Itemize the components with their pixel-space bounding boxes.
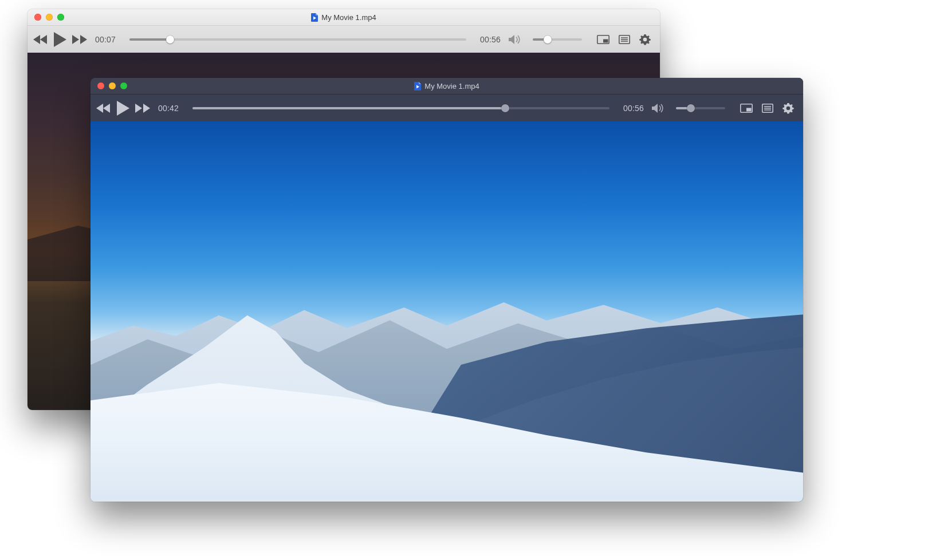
minimize-button[interactable] bbox=[109, 82, 116, 89]
close-button[interactable] bbox=[34, 14, 41, 21]
traffic-lights bbox=[91, 82, 127, 89]
titlebar[interactable]: My Movie 1.mp4 bbox=[91, 78, 803, 94]
svg-rect-1 bbox=[603, 40, 608, 43]
settings-button[interactable] bbox=[639, 34, 651, 45]
current-time-label: 00:07 bbox=[95, 35, 116, 44]
video-file-icon bbox=[414, 82, 421, 90]
volume-button[interactable] bbox=[652, 103, 664, 113]
progress-slider[interactable] bbox=[129, 35, 466, 44]
playback-controls bbox=[33, 32, 87, 47]
window-title-group: My Movie 1.mp4 bbox=[27, 13, 660, 22]
pip-button[interactable] bbox=[740, 104, 753, 113]
volume-button[interactable] bbox=[509, 34, 521, 45]
rewind-button[interactable] bbox=[33, 34, 48, 45]
video-frame-mountains bbox=[91, 121, 803, 502]
toolbar-right-icons bbox=[740, 102, 794, 114]
fast-forward-button[interactable] bbox=[135, 103, 150, 113]
rewind-button[interactable] bbox=[96, 103, 111, 113]
fast-forward-button[interactable] bbox=[72, 34, 87, 45]
close-button[interactable] bbox=[97, 82, 104, 89]
titlebar[interactable]: My Movie 1.mp4 bbox=[27, 9, 660, 26]
window-title: My Movie 1.mp4 bbox=[321, 13, 376, 22]
video-file-icon bbox=[311, 13, 318, 22]
play-button[interactable] bbox=[117, 101, 129, 116]
settings-button[interactable] bbox=[782, 102, 794, 114]
playback-controls bbox=[96, 101, 150, 116]
playlist-button[interactable] bbox=[619, 35, 630, 44]
window-title-group: My Movie 1.mp4 bbox=[91, 82, 803, 90]
player-toolbar: 00:42 00:56 bbox=[91, 94, 803, 123]
current-time-label: 00:42 bbox=[158, 104, 179, 113]
player-toolbar: 00:07 00:56 bbox=[27, 26, 660, 54]
zoom-button[interactable] bbox=[57, 14, 64, 21]
toolbar-right-icons bbox=[597, 34, 651, 45]
traffic-lights bbox=[27, 14, 64, 21]
playlist-button[interactable] bbox=[762, 104, 773, 113]
play-button[interactable] bbox=[54, 32, 66, 47]
total-time-label: 00:56 bbox=[623, 104, 644, 113]
volume-slider[interactable] bbox=[676, 104, 725, 113]
total-time-label: 00:56 bbox=[480, 35, 501, 44]
svg-rect-7 bbox=[746, 108, 752, 112]
pip-button[interactable] bbox=[597, 35, 609, 44]
video-area[interactable] bbox=[91, 121, 803, 502]
player-window-dark: My Movie 1.mp4 00:42 00:56 bbox=[91, 78, 803, 502]
minimize-button[interactable] bbox=[46, 14, 53, 21]
volume-slider[interactable] bbox=[533, 35, 582, 44]
window-title: My Movie 1.mp4 bbox=[424, 82, 479, 90]
progress-slider[interactable] bbox=[192, 104, 609, 113]
zoom-button[interactable] bbox=[120, 82, 127, 89]
